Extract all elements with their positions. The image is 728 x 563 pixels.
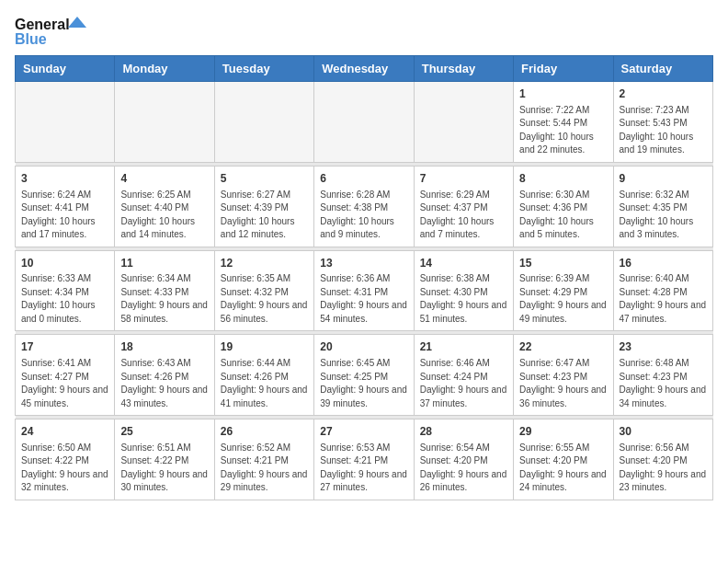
- weekday-header: Wednesday: [314, 56, 414, 82]
- day-number: 20: [320, 339, 407, 355]
- calendar-cell: 13Sunrise: 6:36 AMSunset: 4:31 PMDayligh…: [314, 250, 414, 331]
- calendar-cell: 9Sunrise: 6:32 AMSunset: 4:35 PMDaylight…: [613, 166, 712, 247]
- day-number: 23: [620, 339, 707, 355]
- day-info: Sunrise: 6:55 AMSunset: 4:20 PMDaylight:…: [519, 442, 607, 495]
- day-number: 4: [120, 171, 208, 187]
- calendar-week-row: 1Sunrise: 7:22 AMSunset: 5:44 PMDaylight…: [16, 82, 713, 163]
- day-info: Sunrise: 6:32 AMSunset: 4:35 PMDaylight:…: [620, 189, 707, 242]
- day-info: Sunrise: 6:28 AMSunset: 4:38 PMDaylight:…: [320, 189, 407, 242]
- calendar-cell: 3Sunrise: 6:24 AMSunset: 4:41 PMDaylight…: [16, 166, 115, 247]
- calendar-cell: 15Sunrise: 6:39 AMSunset: 4:29 PMDayligh…: [514, 250, 613, 331]
- day-number: 5: [221, 171, 308, 187]
- calendar-week-row: 24Sunrise: 6:50 AMSunset: 4:22 PMDayligh…: [16, 419, 713, 500]
- day-number: 9: [620, 171, 707, 187]
- calendar-cell: 28Sunrise: 6:54 AMSunset: 4:20 PMDayligh…: [414, 419, 513, 500]
- day-info: Sunrise: 6:36 AMSunset: 4:31 PMDaylight:…: [320, 272, 407, 326]
- day-number: 6: [320, 171, 407, 187]
- day-info: Sunrise: 6:48 AMSunset: 4:23 PMDaylight:…: [620, 357, 707, 410]
- calendar-cell: [314, 82, 414, 163]
- day-info: Sunrise: 7:22 AMSunset: 5:44 PMDaylight:…: [519, 104, 607, 157]
- day-info: Sunrise: 6:50 AMSunset: 4:22 PMDaylight:…: [21, 442, 108, 495]
- day-info: Sunrise: 6:46 AMSunset: 4:24 PMDaylight:…: [420, 357, 507, 410]
- day-info: Sunrise: 6:47 AMSunset: 4:23 PMDaylight:…: [519, 357, 607, 410]
- day-number: 28: [420, 424, 507, 440]
- day-number: 14: [420, 256, 507, 271]
- day-number: 13: [320, 256, 407, 271]
- day-info: Sunrise: 6:30 AMSunset: 4:36 PMDaylight:…: [519, 189, 607, 242]
- day-info: Sunrise: 6:44 AMSunset: 4:26 PMDaylight:…: [221, 357, 308, 410]
- day-info: Sunrise: 6:41 AMSunset: 4:27 PMDaylight:…: [21, 357, 108, 410]
- day-info: Sunrise: 6:54 AMSunset: 4:20 PMDaylight:…: [420, 442, 507, 495]
- day-number: 25: [120, 424, 208, 440]
- day-info: Sunrise: 6:39 AMSunset: 4:29 PMDaylight:…: [519, 272, 607, 326]
- day-info: Sunrise: 6:25 AMSunset: 4:40 PMDaylight:…: [120, 189, 208, 242]
- calendar-cell: [115, 82, 214, 163]
- page-header: GeneralBlue: [15, 15, 713, 48]
- calendar-cell: 16Sunrise: 6:40 AMSunset: 4:28 PMDayligh…: [613, 250, 712, 331]
- calendar-cell: 4Sunrise: 6:25 AMSunset: 4:40 PMDaylight…: [115, 166, 214, 247]
- day-number: 11: [120, 256, 208, 271]
- weekday-header: Thursday: [414, 56, 513, 82]
- calendar-week-row: 3Sunrise: 6:24 AMSunset: 4:41 PMDaylight…: [16, 166, 713, 247]
- logo: GeneralBlue: [15, 15, 88, 48]
- logo-svg: GeneralBlue: [15, 15, 88, 48]
- calendar-cell: 6Sunrise: 6:28 AMSunset: 4:38 PMDaylight…: [314, 166, 414, 247]
- calendar-cell: 12Sunrise: 6:35 AMSunset: 4:32 PMDayligh…: [214, 250, 313, 331]
- calendar-week-row: 17Sunrise: 6:41 AMSunset: 4:27 PMDayligh…: [16, 335, 713, 416]
- day-number: 16: [620, 256, 707, 271]
- calendar-cell: 19Sunrise: 6:44 AMSunset: 4:26 PMDayligh…: [214, 335, 313, 416]
- calendar-cell: 17Sunrise: 6:41 AMSunset: 4:27 PMDayligh…: [16, 335, 115, 416]
- day-number: 26: [221, 424, 308, 440]
- calendar-cell: 23Sunrise: 6:48 AMSunset: 4:23 PMDayligh…: [613, 335, 712, 416]
- calendar-cell: [214, 82, 313, 163]
- day-info: Sunrise: 6:40 AMSunset: 4:28 PMDaylight:…: [620, 272, 707, 326]
- calendar-week-row: 10Sunrise: 6:33 AMSunset: 4:34 PMDayligh…: [16, 250, 713, 331]
- day-number: 22: [519, 339, 607, 355]
- svg-text:General: General: [15, 17, 70, 32]
- calendar-cell: 25Sunrise: 6:51 AMSunset: 4:22 PMDayligh…: [115, 419, 214, 500]
- day-info: Sunrise: 6:27 AMSunset: 4:39 PMDaylight:…: [221, 189, 308, 242]
- svg-marker-2: [68, 17, 86, 28]
- day-info: Sunrise: 6:38 AMSunset: 4:30 PMDaylight:…: [420, 272, 507, 326]
- calendar-cell: 26Sunrise: 6:52 AMSunset: 4:21 PMDayligh…: [214, 419, 313, 500]
- calendar-header-row: SundayMondayTuesdayWednesdayThursdayFrid…: [16, 56, 713, 82]
- day-number: 21: [420, 339, 507, 355]
- weekday-header: Saturday: [613, 56, 712, 82]
- calendar-cell: 30Sunrise: 6:56 AMSunset: 4:20 PMDayligh…: [613, 419, 712, 500]
- weekday-header: Monday: [115, 56, 214, 82]
- day-number: 30: [620, 424, 707, 440]
- calendar-cell: 29Sunrise: 6:55 AMSunset: 4:20 PMDayligh…: [514, 419, 613, 500]
- calendar-cell: 22Sunrise: 6:47 AMSunset: 4:23 PMDayligh…: [514, 335, 613, 416]
- calendar-cell: 27Sunrise: 6:53 AMSunset: 4:21 PMDayligh…: [314, 419, 414, 500]
- day-number: 8: [519, 171, 607, 187]
- day-info: Sunrise: 6:56 AMSunset: 4:20 PMDaylight:…: [620, 442, 707, 495]
- day-info: Sunrise: 6:35 AMSunset: 4:32 PMDaylight:…: [221, 272, 308, 326]
- day-number: 12: [221, 256, 308, 271]
- day-number: 24: [21, 424, 108, 440]
- calendar-cell: 2Sunrise: 7:23 AMSunset: 5:43 PMDaylight…: [613, 82, 712, 163]
- calendar-cell: 24Sunrise: 6:50 AMSunset: 4:22 PMDayligh…: [16, 419, 115, 500]
- day-info: Sunrise: 6:29 AMSunset: 4:37 PMDaylight:…: [420, 189, 507, 242]
- weekday-header: Sunday: [16, 56, 115, 82]
- day-info: Sunrise: 6:45 AMSunset: 4:25 PMDaylight:…: [320, 357, 407, 410]
- calendar-cell: 5Sunrise: 6:27 AMSunset: 4:39 PMDaylight…: [214, 166, 313, 247]
- day-number: 10: [21, 256, 108, 271]
- calendar-table: SundayMondayTuesdayWednesdayThursdayFrid…: [15, 55, 713, 500]
- day-number: 3: [21, 171, 108, 187]
- calendar-cell: 18Sunrise: 6:43 AMSunset: 4:26 PMDayligh…: [115, 335, 214, 416]
- day-number: 1: [519, 86, 607, 102]
- day-info: Sunrise: 7:23 AMSunset: 5:43 PMDaylight:…: [620, 104, 707, 157]
- day-info: Sunrise: 6:34 AMSunset: 4:33 PMDaylight:…: [120, 272, 208, 326]
- calendar-cell: 11Sunrise: 6:34 AMSunset: 4:33 PMDayligh…: [115, 250, 214, 331]
- day-number: 2: [620, 86, 707, 102]
- calendar-cell: 7Sunrise: 6:29 AMSunset: 4:37 PMDaylight…: [414, 166, 513, 247]
- calendar-cell: [414, 82, 513, 163]
- day-info: Sunrise: 6:51 AMSunset: 4:22 PMDaylight:…: [120, 442, 208, 495]
- calendar-cell: 21Sunrise: 6:46 AMSunset: 4:24 PMDayligh…: [414, 335, 513, 416]
- day-number: 27: [320, 424, 407, 440]
- svg-text:Blue: Blue: [15, 31, 47, 47]
- day-info: Sunrise: 6:52 AMSunset: 4:21 PMDaylight:…: [221, 442, 308, 495]
- calendar-cell: 1Sunrise: 7:22 AMSunset: 5:44 PMDaylight…: [514, 82, 613, 163]
- weekday-header: Friday: [514, 56, 613, 82]
- day-number: 19: [221, 339, 308, 355]
